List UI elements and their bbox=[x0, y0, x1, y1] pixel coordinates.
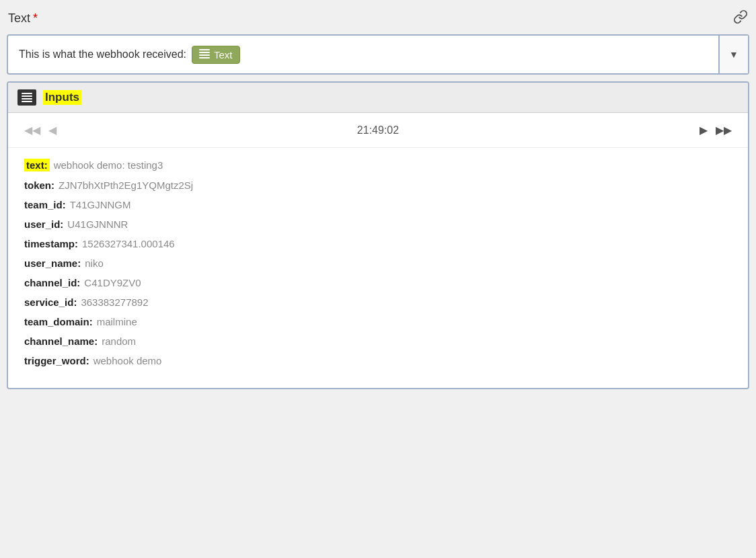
data-value: U41GJNNNR bbox=[67, 218, 128, 230]
data-row: timestamp:1526327341.000146 bbox=[24, 238, 732, 249]
next-button[interactable]: ▶ bbox=[697, 122, 710, 138]
data-row: team_id:T41GJNNGM bbox=[24, 199, 732, 210]
input-prefix-text: This is what the webhook received: bbox=[19, 48, 186, 61]
last-button[interactable]: ▶▶ bbox=[713, 122, 734, 138]
data-row: text:webhook demo: testing3 bbox=[24, 159, 732, 171]
data-key: user_name: bbox=[24, 257, 81, 269]
inputs-header: Inputs bbox=[8, 83, 748, 113]
text-chip[interactable]: Text bbox=[192, 46, 240, 64]
data-key: trigger_word: bbox=[24, 355, 89, 366]
data-key: team_domain: bbox=[24, 316, 93, 327]
data-row: team_domain:mailmine bbox=[24, 316, 732, 327]
first-button[interactable]: ◀◀ bbox=[22, 122, 43, 138]
chip-icon bbox=[199, 49, 210, 61]
nav-right: ▶ ▶▶ bbox=[697, 122, 734, 138]
data-key: user_id: bbox=[24, 218, 63, 230]
data-value: niko bbox=[85, 257, 104, 269]
inputs-panel: Inputs ◀◀ ◀ 21:49:02 ▶ ▶▶ text:webhook d… bbox=[7, 81, 749, 389]
field-label-row: Text * bbox=[7, 7, 749, 30]
data-value: webhook demo bbox=[93, 355, 162, 366]
data-row: service_id:363383277892 bbox=[24, 296, 732, 308]
data-row: user_name:niko bbox=[24, 257, 732, 269]
svg-rect-3 bbox=[199, 57, 210, 58]
required-indicator: * bbox=[33, 11, 38, 26]
data-value: ZJN7bhXtPth2Eg1YQMgtz2Sj bbox=[59, 180, 193, 191]
dropdown-arrow-icon: ▼ bbox=[729, 49, 739, 60]
data-value: T41GJNNGM bbox=[70, 199, 131, 210]
label-text: Text bbox=[8, 11, 30, 26]
text-input-content: This is what the webhook received: Text bbox=[8, 36, 718, 73]
prev-button[interactable]: ◀ bbox=[46, 122, 59, 138]
data-key: text: bbox=[24, 159, 50, 171]
link-icon[interactable] bbox=[733, 9, 748, 28]
data-row: trigger_word:webhook demo bbox=[24, 355, 732, 366]
inputs-header-icon bbox=[17, 89, 36, 106]
data-key: token: bbox=[24, 180, 54, 191]
data-value: C41DY9ZV0 bbox=[84, 277, 141, 288]
data-key: timestamp: bbox=[24, 238, 78, 249]
nav-left: ◀◀ ◀ bbox=[22, 122, 59, 138]
svg-rect-7 bbox=[22, 101, 32, 102]
svg-rect-6 bbox=[22, 98, 32, 99]
data-value: random bbox=[102, 335, 136, 347]
data-row: token:ZJN7bhXtPth2Eg1YQMgtz2Sj bbox=[24, 180, 732, 191]
data-key: service_id: bbox=[24, 296, 77, 308]
data-key: team_id: bbox=[24, 199, 66, 210]
text-input-container: This is what the webhook received: Text … bbox=[7, 34, 749, 75]
data-key: channel_id: bbox=[24, 277, 80, 288]
data-value: webhook demo: testing3 bbox=[54, 159, 163, 171]
data-row: channel_id:C41DY9ZV0 bbox=[24, 277, 732, 288]
navigation-row: ◀◀ ◀ 21:49:02 ▶ ▶▶ bbox=[8, 113, 748, 148]
dropdown-arrow[interactable]: ▼ bbox=[718, 36, 748, 73]
data-row: channel_name:random bbox=[24, 335, 732, 347]
data-row: user_id:U41GJNNNR bbox=[24, 218, 732, 230]
svg-rect-5 bbox=[22, 95, 32, 97]
svg-rect-2 bbox=[199, 54, 210, 56]
timestamp: 21:49:02 bbox=[357, 124, 399, 136]
chip-label: Text bbox=[214, 49, 233, 61]
data-value: mailmine bbox=[97, 316, 137, 327]
svg-rect-4 bbox=[22, 93, 32, 94]
data-key: channel_name: bbox=[24, 335, 98, 347]
svg-rect-1 bbox=[199, 52, 210, 53]
inputs-label: Inputs bbox=[43, 90, 81, 105]
data-value: 363383277892 bbox=[81, 296, 148, 308]
data-value: 1526327341.000146 bbox=[82, 238, 175, 249]
data-fields: text:webhook demo: testing3token:ZJN7bhX… bbox=[8, 148, 748, 388]
field-label: Text * bbox=[8, 11, 38, 26]
svg-rect-0 bbox=[199, 49, 210, 50]
